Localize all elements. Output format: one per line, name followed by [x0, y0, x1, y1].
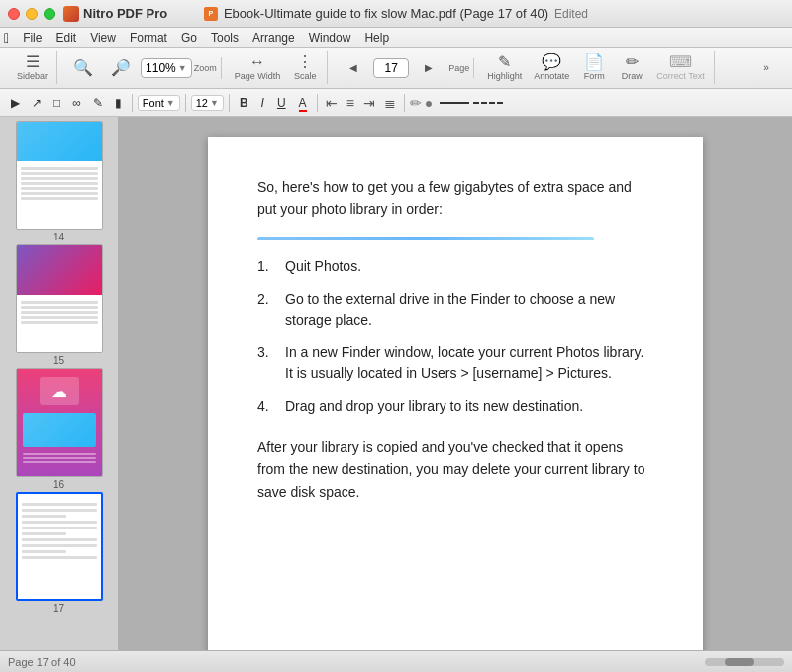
align-justify-button[interactable]: ≣: [381, 94, 399, 112]
status-bar: Page 17 of 40: [0, 650, 792, 672]
form-icon: 📄: [584, 54, 604, 70]
list-text-2: Go to the external drive in the Finder t…: [285, 289, 653, 331]
page-number-15: 15: [53, 355, 64, 366]
correct-text-button[interactable]: ⌨ Correct Text: [651, 51, 709, 84]
zoom-out-button[interactable]: 🔍: [65, 57, 101, 79]
menu-tools[interactable]: Tools: [205, 30, 245, 46]
thumb-line: [21, 167, 98, 170]
format-toolbar: ▶ ↗ □ ∞ ✎ ▮ Font ▼ 12 ▼ B I U A ⇤ ≡ ⇥ ≣ …: [0, 89, 792, 117]
font-size-select[interactable]: 12 ▼: [191, 95, 224, 111]
outro-paragraph: After your library is copied and you've …: [257, 436, 653, 503]
pdf-content-area[interactable]: So, here's how to get you a few gigabyte…: [119, 117, 792, 650]
page-number-16: 16: [53, 479, 64, 490]
more-tools-button[interactable]: »: [748, 59, 784, 76]
prev-page-button[interactable]: ◀: [336, 59, 371, 76]
font-family-select[interactable]: Font ▼: [138, 95, 180, 111]
draw-button[interactable]: ✏ Draw: [614, 51, 649, 84]
minimize-button[interactable]: [26, 8, 38, 20]
underline-button[interactable]: U: [272, 94, 291, 112]
scroll-thumb[interactable]: [725, 658, 754, 666]
color-a-label: A: [299, 96, 307, 112]
page-label: Page: [448, 63, 469, 73]
pen-tool-icon[interactable]: ✏: [410, 95, 422, 111]
align-center-button[interactable]: ≡: [344, 94, 357, 112]
thumb-line: [21, 321, 98, 324]
page-width-button[interactable]: ↔ Page Width: [230, 51, 286, 84]
list-item: 2. Go to the external drive in the Finde…: [257, 289, 653, 331]
zoom-in-icon: 🔎: [111, 60, 131, 76]
eraser-tool[interactable]: ▮: [110, 94, 127, 112]
horizontal-scrollbar[interactable]: [705, 658, 784, 666]
thumb-17-content: [18, 494, 101, 568]
font-name: Font: [143, 97, 164, 109]
sidebar-label: Sidebar: [17, 71, 48, 81]
page-sidebar: 14 15 ☁: [0, 117, 119, 650]
highlight-button[interactable]: ✎ Highlight: [482, 51, 527, 84]
next-page-button[interactable]: ▶: [411, 59, 446, 76]
zoom-in-button[interactable]: 🔎: [103, 57, 139, 79]
thumb-line: [21, 187, 98, 190]
page-thumbnail-17[interactable]: 17: [0, 492, 118, 614]
italic-button[interactable]: I: [256, 94, 269, 112]
menu-go[interactable]: Go: [175, 30, 203, 46]
app-branding: Nitro PDF Pro: [63, 6, 167, 22]
thumb-line: [21, 311, 98, 314]
form-button[interactable]: 📄 Form: [576, 51, 612, 84]
thumb-14-header: [17, 122, 102, 161]
menu-edit[interactable]: Edit: [50, 30, 82, 46]
app-name: Nitro PDF Pro: [83, 6, 167, 21]
menu-arrange[interactable]: Arrange: [247, 30, 301, 46]
font-color-button[interactable]: A: [294, 94, 312, 112]
toolbar-separator-3: [229, 94, 230, 112]
page-thumbnail-15[interactable]: 15: [0, 244, 118, 366]
thumb-17-preview: [16, 492, 103, 601]
dashed-line-sample[interactable]: [473, 102, 503, 104]
page-thumbnail-16[interactable]: ☁ 16: [0, 368, 118, 490]
list-text-4: Drag and drop your library to its new de…: [285, 396, 583, 417]
window-title: P Ebook-Ultimate guide to fix slow Mac.p…: [204, 6, 588, 21]
page-number-input[interactable]: 17: [373, 58, 409, 78]
pencil-tool[interactable]: ✎: [88, 94, 108, 112]
scale-button[interactable]: ⋮ Scale: [287, 51, 323, 84]
close-button[interactable]: [8, 8, 20, 20]
app-icon: [63, 6, 79, 22]
apple-menu[interactable]: : [4, 30, 9, 46]
toolbar-separator-1: [132, 94, 133, 112]
chevron-down-icon: ▼: [166, 98, 175, 108]
annotate-button[interactable]: 💬 Annotate: [529, 51, 574, 84]
zoom-value-dropdown[interactable]: 110% ▼: [141, 58, 192, 78]
menu-view[interactable]: View: [84, 30, 122, 46]
arrow-tool[interactable]: ↗: [27, 94, 47, 112]
toolbar-separator-4: [317, 94, 318, 112]
align-right-button[interactable]: ⇥: [360, 94, 378, 112]
list-item: 3. In a new Finder window, locate your c…: [257, 342, 653, 384]
solid-line-sample[interactable]: [440, 102, 469, 104]
list-num-2: 2.: [257, 289, 277, 331]
page-thumbnail-14[interactable]: 14: [0, 121, 118, 242]
lasso-tool[interactable]: ∞: [67, 94, 86, 112]
menu-bar:  File Edit View Format Go Tools Arrange…: [0, 28, 792, 48]
menu-help[interactable]: Help: [358, 30, 395, 46]
traffic-lights: [8, 8, 55, 20]
menu-file[interactable]: File: [17, 30, 48, 46]
menu-format[interactable]: Format: [124, 30, 173, 46]
correct-text-label: Correct Text: [656, 71, 704, 81]
zoom-value: 110%: [146, 61, 176, 75]
status-text: Page 17 of 40: [8, 656, 76, 668]
thumb-14-preview: [16, 121, 103, 230]
sidebar-button[interactable]: ☰ Sidebar: [12, 51, 52, 84]
pdf-page: So, here's how to get you a few gigabyte…: [208, 137, 703, 650]
highlight-icon: ✎: [498, 54, 511, 70]
cursor-tool[interactable]: ▶: [6, 94, 25, 112]
maximize-button[interactable]: [44, 8, 55, 20]
select-tool[interactable]: □: [49, 94, 65, 112]
annotate-label: Annotate: [534, 71, 569, 81]
thumb-line: [22, 527, 97, 529]
shape-tool-icon[interactable]: ●: [425, 95, 433, 111]
bold-button[interactable]: B: [235, 94, 253, 112]
page-width-group: ↔ Page Width ⋮ Scale: [226, 51, 329, 84]
scale-icon: ⋮: [297, 54, 313, 70]
thumb-16-content: [17, 447, 102, 469]
menu-window[interactable]: Window: [303, 30, 357, 46]
align-left-button[interactable]: ⇤: [323, 94, 341, 112]
